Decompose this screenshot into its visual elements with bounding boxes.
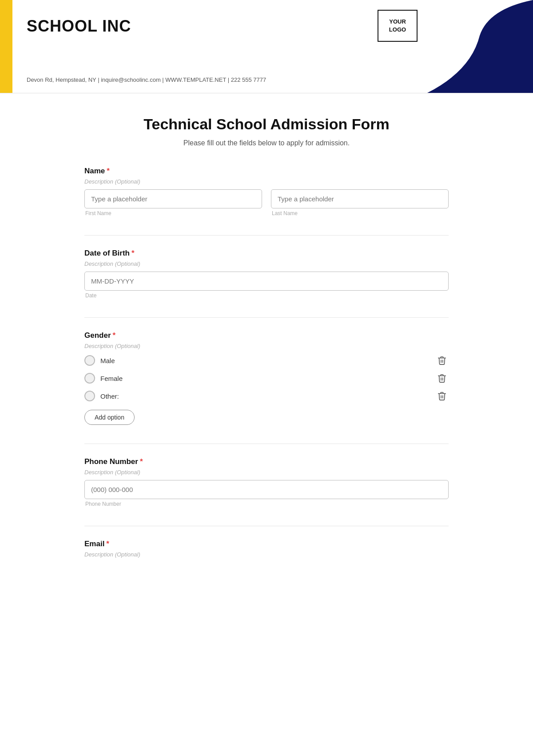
dob-label: Date of Birth* bbox=[84, 249, 449, 258]
email-required-star: * bbox=[106, 540, 109, 548]
phone-field-row: Phone Number bbox=[84, 480, 449, 507]
radio-male[interactable] bbox=[84, 355, 95, 366]
section-gender: Gender* Description (Optional) Male bbox=[84, 331, 449, 425]
gender-option-other: Other: bbox=[84, 389, 449, 403]
gender-option-male: Male bbox=[84, 354, 449, 367]
gender-label: Gender* bbox=[84, 331, 449, 340]
add-option-button[interactable]: Add option bbox=[84, 410, 135, 425]
phone-required-star: * bbox=[140, 457, 143, 466]
dob-description: Description (Optional) bbox=[84, 260, 449, 267]
last-name-sublabel: Last Name bbox=[271, 210, 449, 216]
last-name-input[interactable] bbox=[271, 189, 449, 208]
name-required-star: * bbox=[107, 167, 110, 175]
delete-other-icon[interactable] bbox=[435, 389, 449, 403]
gender-required-star: * bbox=[113, 331, 116, 340]
email-description: Description (Optional) bbox=[84, 551, 449, 558]
radio-female[interactable] bbox=[84, 373, 95, 384]
name-label: Name* bbox=[84, 167, 449, 176]
page-header: SCHOOL INC YOURLOGO Devon Rd, Hempstead,… bbox=[0, 0, 533, 93]
name-field-row: First Name Last Name bbox=[84, 189, 449, 216]
dob-wrap: Date bbox=[84, 272, 449, 299]
phone-label: Phone Number* bbox=[84, 457, 449, 466]
section-email: Email* Description (Optional) bbox=[84, 540, 449, 558]
section-name: Name* Description (Optional) First Name … bbox=[84, 167, 449, 216]
gender-option-female: Female bbox=[84, 372, 449, 385]
email-label: Email* bbox=[84, 540, 449, 548]
divider-1 bbox=[84, 235, 449, 236]
dob-field-row: Date bbox=[84, 272, 449, 299]
radio-other[interactable] bbox=[84, 391, 95, 401]
divider-3 bbox=[84, 444, 449, 444]
form-container: Technical School Admission Form Please f… bbox=[67, 93, 466, 612]
contact-info: Devon Rd, Hempstead, NY | inquire@school… bbox=[27, 76, 266, 83]
dob-input[interactable] bbox=[84, 272, 449, 291]
delete-male-icon[interactable] bbox=[435, 354, 449, 367]
section-phone: Phone Number* Description (Optional) Pho… bbox=[84, 457, 449, 507]
gender-description: Description (Optional) bbox=[84, 343, 449, 349]
first-name-input[interactable] bbox=[84, 189, 262, 208]
yellow-accent-bar bbox=[0, 0, 12, 93]
phone-sublabel: Phone Number bbox=[84, 501, 449, 507]
school-name: SCHOOL INC bbox=[27, 17, 131, 36]
radio-other-label: Other: bbox=[100, 392, 119, 400]
first-name-wrap: First Name bbox=[84, 189, 262, 216]
phone-input[interactable] bbox=[84, 480, 449, 499]
section-dob: Date of Birth* Description (Optional) Da… bbox=[84, 249, 449, 299]
last-name-wrap: Last Name bbox=[271, 189, 449, 216]
logo-placeholder: YOURLOGO bbox=[378, 10, 418, 42]
divider-4 bbox=[84, 526, 449, 526]
form-subtitle: Please fill out the fields below to appl… bbox=[84, 139, 449, 147]
radio-female-label: Female bbox=[100, 375, 123, 382]
name-description: Description (Optional) bbox=[84, 178, 449, 185]
phone-description: Description (Optional) bbox=[84, 469, 449, 476]
dob-sublabel: Date bbox=[84, 292, 449, 299]
delete-female-icon[interactable] bbox=[435, 372, 449, 385]
radio-male-label: Male bbox=[100, 357, 115, 364]
divider-2 bbox=[84, 317, 449, 318]
first-name-sublabel: First Name bbox=[84, 210, 262, 216]
dob-required-star: * bbox=[131, 249, 135, 257]
form-title: Technical School Admission Form bbox=[84, 116, 449, 133]
phone-wrap: Phone Number bbox=[84, 480, 449, 507]
